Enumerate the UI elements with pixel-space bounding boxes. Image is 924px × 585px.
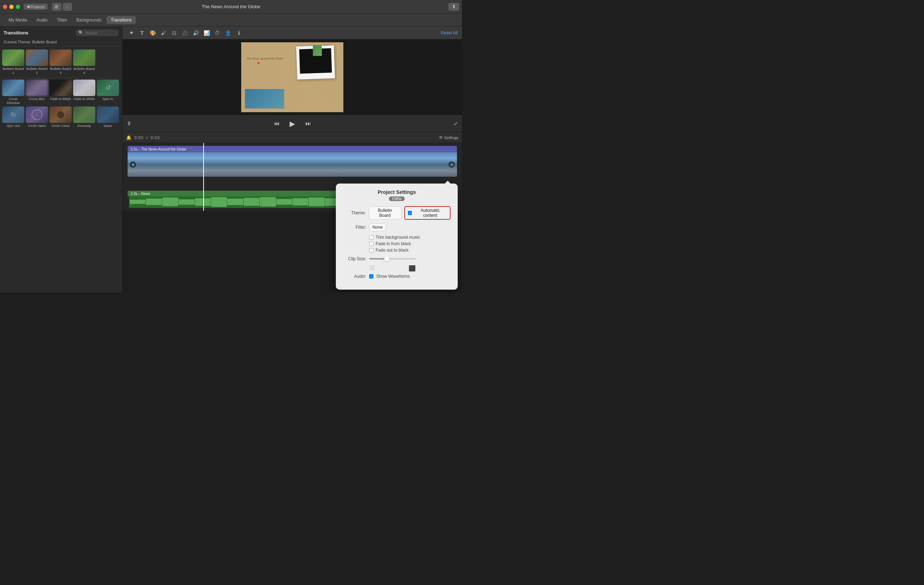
microphone-button[interactable]: 🎙 (127, 121, 132, 127)
right-area: ✦ T 🎨 🖌 ⊡ 🎥 🔊 📊 ⏱ 👤 ℹ Reset All (122, 26, 462, 292)
list-item[interactable]: ↻ Spin Out (2, 106, 25, 127)
skip-back-button[interactable]: ⏮ (272, 119, 282, 129)
transitions-title: Transitions (3, 30, 28, 35)
clip-right-icon: ⊞ (449, 161, 455, 168)
transition-label: Spin In (97, 97, 119, 101)
waveform-bar (195, 198, 211, 206)
fade-out-label: Fade out to black (376, 248, 409, 253)
preview-frame: The News Around the Globe (241, 42, 343, 112)
play-button[interactable]: ▶ (287, 119, 297, 129)
list-item[interactable]: Fade to White (73, 79, 95, 105)
preview-area: The News Around the Globe (122, 40, 462, 115)
search-box[interactable]: 🔍 (76, 30, 119, 36)
clip-size-slider[interactable] (369, 258, 416, 259)
transition-label: Cross Blur (26, 97, 48, 101)
fullscreen-button[interactable]: ⤢ (454, 121, 458, 127)
thumbnail (50, 106, 72, 123)
paint-tool-button[interactable]: 🖌 (159, 29, 168, 37)
popup-arrow (445, 181, 450, 183)
auto-content-checkbox: ✓ (408, 211, 412, 215)
filter-select[interactable]: None (369, 223, 386, 231)
list-item[interactable]: Swan (97, 106, 119, 127)
transition-label: Fade to Black (50, 97, 72, 101)
audio-tool-button[interactable]: 🔊 (191, 29, 200, 37)
thumbnail: ↺ (97, 79, 119, 96)
map-thumbnail (245, 89, 284, 109)
tab-titles[interactable]: Titles (53, 16, 71, 24)
camera-tool-button[interactable]: 🎥 (181, 29, 189, 37)
transition-label: Bulletin Board 1 (2, 67, 25, 75)
list-item[interactable]: ↺ Spin In (97, 79, 119, 105)
playhead-triangle (201, 143, 206, 144)
list-item[interactable]: Bulletin Board 2 (26, 50, 48, 75)
map-pin (257, 62, 259, 64)
trim-music-checkbox[interactable] (369, 235, 373, 240)
info-tool-button[interactable]: ℹ (234, 29, 243, 37)
transition-label: Cross Dissolve (2, 97, 25, 105)
thumbnail (73, 50, 95, 66)
timeline-settings-button[interactable]: ⚙ Settings (439, 135, 459, 140)
filter-label: Filter: (343, 225, 366, 230)
skip-forward-button[interactable]: ⏭ (303, 119, 313, 129)
grid-view-button[interactable]: ⊞ (52, 3, 61, 11)
bell-icon: 🔔 (126, 135, 132, 140)
palm-stamp (313, 45, 322, 56)
titlebar: ◀ Projects ⊞ ↓ The News Around the Globe… (0, 0, 462, 13)
preview-notes-text: The News Around the Globe (247, 57, 283, 60)
tab-my-media[interactable]: My Media (4, 16, 31, 24)
thumbnail (73, 79, 95, 96)
filter-row: Filter: None (343, 223, 450, 231)
list-item[interactable]: Bulletin Board 4 (73, 50, 95, 75)
list-item[interactable]: Cross Blur (26, 79, 48, 105)
audio-label: Audio: (343, 274, 366, 279)
color-tool-button[interactable]: 🎨 (148, 29, 157, 37)
list-item[interactable]: Bulletin Board 3 (50, 50, 72, 75)
back-projects-button[interactable]: ◀ Projects (24, 3, 48, 10)
fade-in-checkbox[interactable] (369, 241, 373, 246)
wand-tool-button[interactable]: ✦ (127, 29, 135, 37)
slider-thumb (384, 256, 389, 261)
theme-select[interactable]: Bulletin Board (369, 207, 401, 220)
close-button[interactable] (3, 5, 7, 9)
auto-content-label: Automatic content (413, 208, 447, 218)
tab-audio[interactable]: Audio (32, 16, 52, 24)
user-tool-button[interactable]: 👤 (224, 29, 232, 37)
thumbnail (97, 106, 119, 123)
playhead[interactable] (203, 143, 204, 211)
minimize-button[interactable] (9, 5, 13, 9)
chart-tool-button[interactable]: 📊 (202, 29, 211, 37)
tab-backgrounds[interactable]: Backgrounds (72, 16, 106, 24)
fade-out-checkbox[interactable] (369, 248, 373, 252)
text-tool-button[interactable]: T (138, 29, 146, 37)
download-button[interactable]: ↓ (63, 3, 72, 11)
video-clip-track: ⊞ ⊞ (128, 152, 457, 177)
fade-out-row: Fade out to black (369, 248, 450, 253)
crop-tool-button[interactable]: ⊡ (170, 29, 178, 37)
reset-all-button[interactable]: Reset All (441, 30, 458, 35)
clip-size-large-icon: ⬛ (409, 265, 416, 272)
tab-transitions[interactable]: Transitions (106, 16, 136, 24)
list-item[interactable]: Doorway (73, 106, 95, 127)
list-item[interactable]: Circle Open (26, 106, 48, 127)
fade-in-label: Fade in from black (376, 241, 411, 246)
transition-label: Doorway (73, 124, 95, 127)
search-input[interactable] (85, 31, 117, 35)
project-settings-title: Project Settings (343, 189, 450, 195)
waveform-bar (146, 198, 162, 205)
speed-tool-button[interactable]: ⏱ (213, 29, 221, 37)
share-button[interactable]: ⬆ (449, 3, 459, 11)
slider-icons: ⬜ ⬛ (369, 265, 416, 272)
clip-left-icon: ⊞ (130, 161, 136, 168)
thumbnail (26, 50, 48, 66)
list-item[interactable]: Circle Close (50, 106, 72, 127)
show-waveforms-checkbox[interactable]: ✓ (369, 274, 373, 279)
theme-transitions-row: Bulletin Board 1 Bulletin Board 2 Bullet… (2, 50, 120, 75)
list-item[interactable]: Fade to Black (50, 79, 72, 105)
standard-transitions-row-1: Cross Dissolve Cross Blur Fade to Black … (2, 79, 120, 105)
trim-music-label: Trim background music (376, 235, 420, 240)
list-item[interactable]: Bulletin Board 1 (2, 50, 25, 75)
list-item[interactable]: Cross Dissolve (2, 79, 25, 105)
audio-clip-label: 3.3s – News (130, 192, 150, 196)
auto-content-button[interactable]: ✓ Automatic content (404, 206, 450, 220)
maximize-button[interactable] (16, 5, 20, 9)
